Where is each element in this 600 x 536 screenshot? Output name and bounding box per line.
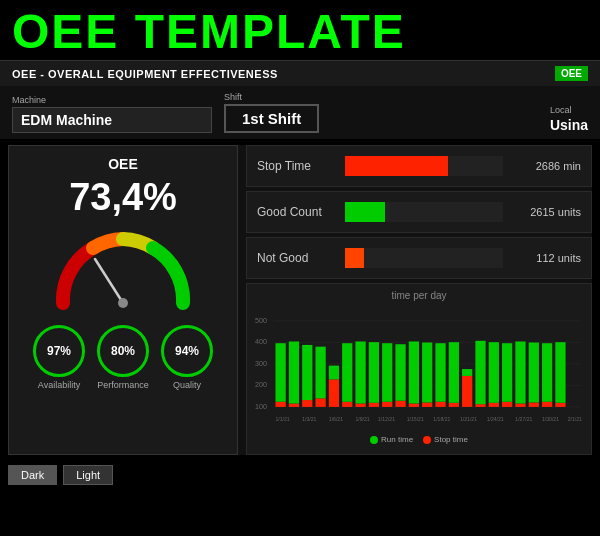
local-label: Local <box>550 105 588 115</box>
not-good-bar-area <box>345 248 503 268</box>
stop-time-dot <box>423 436 431 444</box>
gauge-container <box>43 223 203 313</box>
svg-rect-35 <box>422 343 432 403</box>
svg-rect-32 <box>409 403 419 406</box>
run-time-legend-label: Run time <box>381 435 413 444</box>
svg-text:1/1/21: 1/1/21 <box>276 416 290 422</box>
svg-rect-52 <box>542 402 552 407</box>
svg-rect-18 <box>315 398 325 407</box>
shift-group: Shift 1st Shift <box>224 92 319 133</box>
svg-rect-20 <box>329 379 339 407</box>
svg-rect-46 <box>502 402 512 407</box>
svg-rect-51 <box>529 343 539 403</box>
svg-rect-16 <box>302 400 312 407</box>
svg-rect-53 <box>542 343 552 402</box>
stop-time-legend: Stop time <box>423 435 468 444</box>
performance-metric: 80% Performance <box>97 325 149 390</box>
svg-rect-41 <box>462 369 472 376</box>
shift-field[interactable]: 1st Shift <box>224 104 319 133</box>
stop-time-value: 2686 min <box>511 160 581 172</box>
svg-rect-45 <box>489 342 499 403</box>
svg-rect-55 <box>555 342 565 403</box>
svg-rect-47 <box>502 343 512 402</box>
svg-rect-49 <box>515 341 525 403</box>
right-panel: Stop Time 2686 min Good Count 2615 units… <box>246 145 592 455</box>
svg-rect-28 <box>382 402 392 407</box>
not-good-row: Not Good 112 units <box>246 237 592 279</box>
quality-value: 94% <box>175 344 199 358</box>
svg-text:1/24/21: 1/24/21 <box>487 416 504 422</box>
performance-value: 80% <box>111 344 135 358</box>
run-time-dot <box>370 436 378 444</box>
svg-rect-42 <box>475 404 485 407</box>
svg-rect-13 <box>276 343 286 402</box>
svg-text:2/1/21: 2/1/21 <box>568 416 582 422</box>
not-good-bar <box>345 248 364 268</box>
stop-time-row: Stop Time 2686 min <box>246 145 592 187</box>
svg-rect-15 <box>289 341 299 403</box>
light-button[interactable]: Light <box>63 465 113 485</box>
header: OEE TEMPLATE <box>0 0 600 60</box>
stop-time-label: Stop Time <box>257 159 337 173</box>
availability-value: 97% <box>47 344 71 358</box>
good-count-value: 2615 units <box>511 206 581 218</box>
svg-text:100: 100 <box>255 403 267 411</box>
local-value: Usina <box>550 117 588 133</box>
performance-ring: 80% <box>97 325 149 377</box>
oee-panel: OEE 73,4% 97% <box>8 145 238 455</box>
svg-rect-21 <box>329 366 339 380</box>
stop-time-bar-area <box>345 156 503 176</box>
availability-ring: 97% <box>33 325 85 377</box>
chart-title: time per day <box>255 290 583 301</box>
good-count-row: Good Count 2615 units <box>246 191 592 233</box>
quality-label: Quality <box>173 380 201 390</box>
dark-button[interactable]: Dark <box>8 465 57 485</box>
svg-point-1 <box>118 298 128 308</box>
svg-rect-54 <box>555 403 565 407</box>
svg-rect-34 <box>422 402 432 406</box>
stop-time-bar <box>345 156 448 176</box>
oee-badge: OEE <box>555 66 588 81</box>
not-good-value: 112 units <box>511 252 581 264</box>
svg-text:1/15/21: 1/15/21 <box>407 416 424 422</box>
bottom-bar: Dark Light <box>0 461 600 489</box>
oee-panel-label: OEE <box>108 156 138 172</box>
svg-rect-37 <box>435 343 445 402</box>
good-count-bar-area <box>345 202 503 222</box>
svg-rect-30 <box>395 401 405 407</box>
subtitle-bar: OEE - OVERALL EQUIPMENT EFFECTIVENESS OE… <box>0 60 600 86</box>
availability-label: Availability <box>38 380 80 390</box>
svg-text:1/18/21: 1/18/21 <box>433 416 450 422</box>
svg-rect-40 <box>462 376 472 407</box>
svg-rect-12 <box>276 402 286 407</box>
availability-metric: 97% Availability <box>33 325 85 390</box>
svg-rect-27 <box>369 342 379 403</box>
svg-text:1/30/21: 1/30/21 <box>542 416 559 422</box>
stop-time-legend-label: Stop time <box>434 435 468 444</box>
run-time-legend: Run time <box>370 435 413 444</box>
chart-area: time per day 500 400 300 200 100 <box>246 283 592 455</box>
svg-rect-39 <box>449 342 459 403</box>
svg-text:400: 400 <box>255 338 267 346</box>
svg-text:1/6/21: 1/6/21 <box>329 416 343 422</box>
svg-rect-17 <box>302 345 312 400</box>
svg-text:500: 500 <box>255 317 267 325</box>
svg-text:1/21/21: 1/21/21 <box>460 416 477 422</box>
controls-row: Machine EDM Machine Shift 1st Shift Loca… <box>0 86 600 139</box>
svg-rect-25 <box>355 341 365 403</box>
machine-field[interactable]: EDM Machine <box>12 107 212 133</box>
svg-rect-22 <box>342 402 352 407</box>
svg-rect-26 <box>369 403 379 407</box>
shift-label: Shift <box>224 92 319 102</box>
svg-line-0 <box>95 259 123 303</box>
subtitle-text: OEE - OVERALL EQUIPMENT EFFECTIVENESS <box>12 68 278 80</box>
svg-text:1/9/21: 1/9/21 <box>355 416 369 422</box>
svg-rect-44 <box>489 403 499 407</box>
page-title: OEE TEMPLATE <box>12 8 588 56</box>
svg-text:300: 300 <box>255 360 267 368</box>
svg-rect-48 <box>515 403 525 406</box>
metrics-row: 97% Availability 80% Performance 94% Qua… <box>33 325 213 390</box>
chart-legend: Run time Stop time <box>255 435 583 444</box>
svg-rect-23 <box>342 343 352 402</box>
oee-panel-value: 73,4% <box>69 176 177 219</box>
